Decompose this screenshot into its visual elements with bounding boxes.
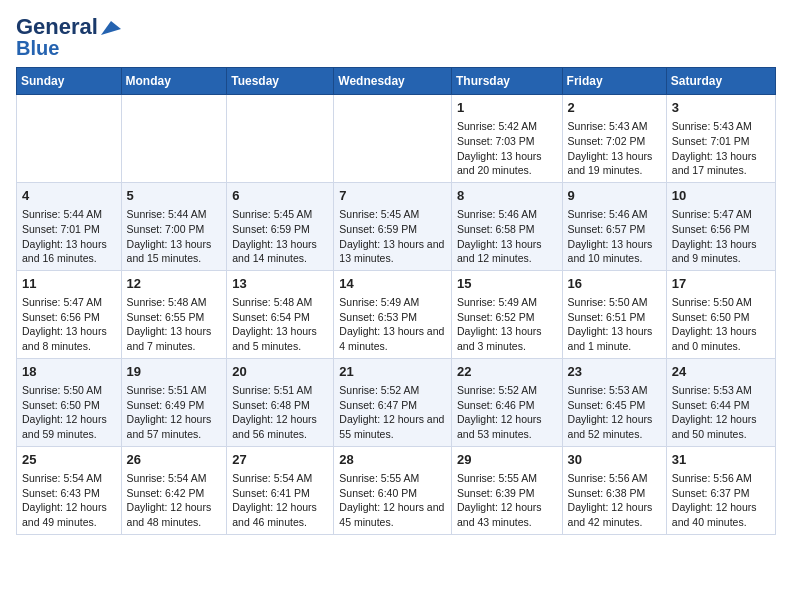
day-info: Sunrise: 5:46 AM Sunset: 6:57 PM Dayligh… [568,208,653,264]
calendar-cell: 24Sunrise: 5:53 AM Sunset: 6:44 PM Dayli… [666,358,775,446]
calendar-cell: 28Sunrise: 5:55 AM Sunset: 6:40 PM Dayli… [334,446,452,534]
day-info: Sunrise: 5:54 AM Sunset: 6:43 PM Dayligh… [22,472,107,528]
day-number: 1 [457,99,557,117]
weekday-header-friday: Friday [562,68,666,95]
calendar-cell: 5Sunrise: 5:44 AM Sunset: 7:00 PM Daylig… [121,182,227,270]
day-number: 22 [457,363,557,381]
day-number: 30 [568,451,661,469]
day-number: 13 [232,275,328,293]
day-number: 24 [672,363,770,381]
weekday-header-monday: Monday [121,68,227,95]
week-row-5: 25Sunrise: 5:54 AM Sunset: 6:43 PM Dayli… [17,446,776,534]
day-info: Sunrise: 5:56 AM Sunset: 6:38 PM Dayligh… [568,472,653,528]
week-row-4: 18Sunrise: 5:50 AM Sunset: 6:50 PM Dayli… [17,358,776,446]
calendar-cell: 12Sunrise: 5:48 AM Sunset: 6:55 PM Dayli… [121,270,227,358]
day-info: Sunrise: 5:50 AM Sunset: 6:51 PM Dayligh… [568,296,653,352]
week-row-3: 11Sunrise: 5:47 AM Sunset: 6:56 PM Dayli… [17,270,776,358]
day-number: 5 [127,187,222,205]
day-info: Sunrise: 5:46 AM Sunset: 6:58 PM Dayligh… [457,208,542,264]
calendar-table: SundayMondayTuesdayWednesdayThursdayFrid… [16,67,776,535]
calendar-header: SundayMondayTuesdayWednesdayThursdayFrid… [17,68,776,95]
calendar-cell: 2Sunrise: 5:43 AM Sunset: 7:02 PM Daylig… [562,95,666,183]
calendar-cell: 19Sunrise: 5:51 AM Sunset: 6:49 PM Dayli… [121,358,227,446]
calendar-cell: 11Sunrise: 5:47 AM Sunset: 6:56 PM Dayli… [17,270,122,358]
day-number: 12 [127,275,222,293]
calendar-cell: 3Sunrise: 5:43 AM Sunset: 7:01 PM Daylig… [666,95,775,183]
day-info: Sunrise: 5:42 AM Sunset: 7:03 PM Dayligh… [457,120,542,176]
day-info: Sunrise: 5:47 AM Sunset: 6:56 PM Dayligh… [672,208,757,264]
day-info: Sunrise: 5:43 AM Sunset: 7:02 PM Dayligh… [568,120,653,176]
calendar-cell: 26Sunrise: 5:54 AM Sunset: 6:42 PM Dayli… [121,446,227,534]
calendar-cell: 20Sunrise: 5:51 AM Sunset: 6:48 PM Dayli… [227,358,334,446]
day-number: 11 [22,275,116,293]
day-info: Sunrise: 5:48 AM Sunset: 6:54 PM Dayligh… [232,296,317,352]
day-number: 20 [232,363,328,381]
weekday-header-wednesday: Wednesday [334,68,452,95]
day-info: Sunrise: 5:56 AM Sunset: 6:37 PM Dayligh… [672,472,757,528]
day-info: Sunrise: 5:54 AM Sunset: 6:42 PM Dayligh… [127,472,212,528]
day-number: 19 [127,363,222,381]
day-number: 28 [339,451,446,469]
calendar-cell: 21Sunrise: 5:52 AM Sunset: 6:47 PM Dayli… [334,358,452,446]
day-info: Sunrise: 5:45 AM Sunset: 6:59 PM Dayligh… [232,208,317,264]
calendar-cell: 29Sunrise: 5:55 AM Sunset: 6:39 PM Dayli… [451,446,562,534]
day-info: Sunrise: 5:53 AM Sunset: 6:45 PM Dayligh… [568,384,653,440]
day-info: Sunrise: 5:52 AM Sunset: 6:47 PM Dayligh… [339,384,444,440]
day-number: 9 [568,187,661,205]
calendar-cell: 6Sunrise: 5:45 AM Sunset: 6:59 PM Daylig… [227,182,334,270]
day-number: 4 [22,187,116,205]
calendar-cell [227,95,334,183]
calendar-cell: 27Sunrise: 5:54 AM Sunset: 6:41 PM Dayli… [227,446,334,534]
day-info: Sunrise: 5:53 AM Sunset: 6:44 PM Dayligh… [672,384,757,440]
svg-marker-0 [101,21,121,35]
day-number: 18 [22,363,116,381]
day-info: Sunrise: 5:49 AM Sunset: 6:52 PM Dayligh… [457,296,542,352]
weekday-header-saturday: Saturday [666,68,775,95]
day-number: 17 [672,275,770,293]
day-number: 23 [568,363,661,381]
day-number: 27 [232,451,328,469]
page-header: General Blue [16,16,776,59]
calendar-cell: 4Sunrise: 5:44 AM Sunset: 7:01 PM Daylig… [17,182,122,270]
day-info: Sunrise: 5:51 AM Sunset: 6:49 PM Dayligh… [127,384,212,440]
logo-icon [99,19,121,37]
day-info: Sunrise: 5:50 AM Sunset: 6:50 PM Dayligh… [22,384,107,440]
calendar-cell: 22Sunrise: 5:52 AM Sunset: 6:46 PM Dayli… [451,358,562,446]
calendar-cell: 7Sunrise: 5:45 AM Sunset: 6:59 PM Daylig… [334,182,452,270]
logo-text: General [16,16,121,38]
calendar-cell: 14Sunrise: 5:49 AM Sunset: 6:53 PM Dayli… [334,270,452,358]
day-info: Sunrise: 5:48 AM Sunset: 6:55 PM Dayligh… [127,296,212,352]
day-info: Sunrise: 5:43 AM Sunset: 7:01 PM Dayligh… [672,120,757,176]
calendar-cell [17,95,122,183]
day-number: 16 [568,275,661,293]
day-number: 29 [457,451,557,469]
weekday-header-tuesday: Tuesday [227,68,334,95]
day-number: 10 [672,187,770,205]
day-number: 3 [672,99,770,117]
calendar-body: 1Sunrise: 5:42 AM Sunset: 7:03 PM Daylig… [17,95,776,535]
weekday-header-sunday: Sunday [17,68,122,95]
day-number: 21 [339,363,446,381]
calendar-cell: 13Sunrise: 5:48 AM Sunset: 6:54 PM Dayli… [227,270,334,358]
week-row-1: 1Sunrise: 5:42 AM Sunset: 7:03 PM Daylig… [17,95,776,183]
day-info: Sunrise: 5:51 AM Sunset: 6:48 PM Dayligh… [232,384,317,440]
calendar-cell: 23Sunrise: 5:53 AM Sunset: 6:45 PM Dayli… [562,358,666,446]
logo: General Blue [16,16,121,59]
calendar-cell [334,95,452,183]
calendar-cell: 1Sunrise: 5:42 AM Sunset: 7:03 PM Daylig… [451,95,562,183]
day-info: Sunrise: 5:44 AM Sunset: 7:00 PM Dayligh… [127,208,212,264]
day-info: Sunrise: 5:47 AM Sunset: 6:56 PM Dayligh… [22,296,107,352]
day-number: 2 [568,99,661,117]
calendar-cell: 18Sunrise: 5:50 AM Sunset: 6:50 PM Dayli… [17,358,122,446]
day-number: 25 [22,451,116,469]
weekday-header-thursday: Thursday [451,68,562,95]
weekday-header-row: SundayMondayTuesdayWednesdayThursdayFrid… [17,68,776,95]
day-info: Sunrise: 5:52 AM Sunset: 6:46 PM Dayligh… [457,384,542,440]
day-info: Sunrise: 5:45 AM Sunset: 6:59 PM Dayligh… [339,208,444,264]
day-info: Sunrise: 5:50 AM Sunset: 6:50 PM Dayligh… [672,296,757,352]
week-row-2: 4Sunrise: 5:44 AM Sunset: 7:01 PM Daylig… [17,182,776,270]
calendar-cell: 8Sunrise: 5:46 AM Sunset: 6:58 PM Daylig… [451,182,562,270]
day-number: 15 [457,275,557,293]
calendar-cell [121,95,227,183]
day-info: Sunrise: 5:55 AM Sunset: 6:39 PM Dayligh… [457,472,542,528]
